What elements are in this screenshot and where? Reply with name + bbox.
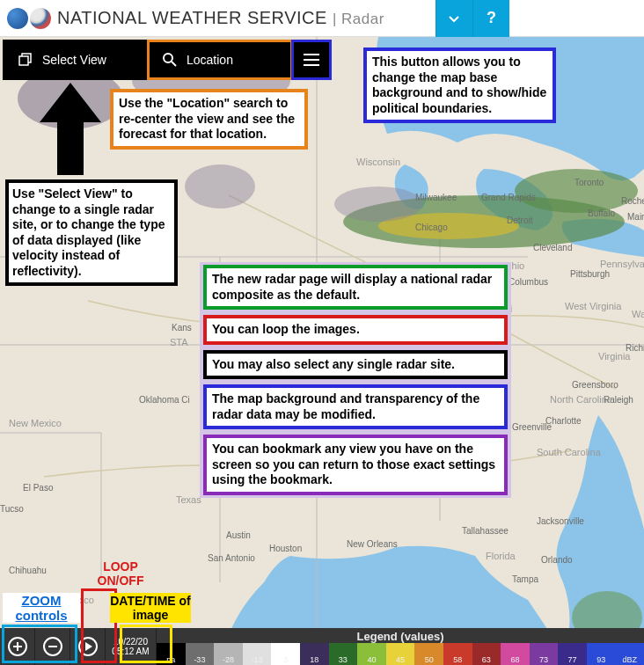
select-view-button[interactable]: Select View xyxy=(5,42,146,77)
feature-1: The new radar page will display a nation… xyxy=(203,265,508,310)
arrow-up-icon xyxy=(35,83,106,179)
zoom-annotation: ZOOM controls xyxy=(3,593,80,624)
datetime-highlight xyxy=(120,625,172,663)
callout-select-view: Use "Select View" to change to a single … xyxy=(5,179,178,286)
legend-cell: 93 xyxy=(587,643,616,665)
city-label: Toronto xyxy=(574,178,604,187)
svg-line-12 xyxy=(172,62,176,66)
legend-cell: 33 xyxy=(329,643,358,665)
title-main: NATIONAL WEATHER SERVICE xyxy=(57,8,327,27)
svg-rect-10 xyxy=(19,56,28,65)
city-label: Jacksonville xyxy=(537,516,584,526)
city-label: San Antonio xyxy=(208,553,255,563)
legend-scale: na-33-28-1331833404550586368737793dBZ xyxy=(157,643,644,665)
dropdown-button[interactable] xyxy=(435,0,472,37)
search-icon xyxy=(162,52,178,68)
state-label: New Mexico xyxy=(9,418,62,428)
city-label: Greensboro xyxy=(572,380,618,390)
city-label: Oklahoma Ci xyxy=(139,395,190,405)
state-label: Texas xyxy=(176,494,201,505)
feature-3: You may also select any single radar sit… xyxy=(203,350,508,380)
city-label: New Orleans xyxy=(347,539,398,549)
radar-map[interactable]: MilwaukeeGrand RapidsTorontoBuffaloChica… xyxy=(0,37,644,665)
layers-icon xyxy=(18,52,33,68)
city-label: Tucso xyxy=(0,504,24,514)
legend-cell: -33 xyxy=(186,643,215,665)
city-label: Chicago xyxy=(415,223,448,232)
city-label: Cleveland xyxy=(533,243,572,252)
help-button[interactable]: ? xyxy=(472,0,509,37)
state-label: Pennsylvania xyxy=(600,259,644,269)
feature-block: The new radar page will display a nation… xyxy=(200,262,511,498)
feature-2: You can loop the images. xyxy=(203,315,508,345)
legend-cell: 3 xyxy=(271,643,300,665)
legend-cell: 63 xyxy=(472,643,501,665)
city-label: Roche xyxy=(621,196,644,206)
legend-cell: 77 xyxy=(558,643,587,665)
legend-cell: 18 xyxy=(300,643,329,665)
svg-marker-13 xyxy=(40,83,101,175)
city-label: Houston xyxy=(269,544,302,553)
logos xyxy=(0,1,57,36)
legend-cell: 50 xyxy=(414,643,443,665)
state-label: North Carolina xyxy=(550,394,613,405)
city-label: Detroit xyxy=(507,216,533,225)
title-sub: | Radar xyxy=(333,11,384,27)
legend-cell: 58 xyxy=(443,643,472,665)
city-label: Greenville xyxy=(512,422,552,432)
state-label: Florida xyxy=(486,551,516,561)
svg-point-11 xyxy=(164,54,172,62)
city-label: Tallahassee xyxy=(462,526,509,536)
legend-cell: 73 xyxy=(530,643,559,665)
noaa-logo-icon xyxy=(7,8,28,29)
legend-cell: -28 xyxy=(214,643,243,665)
city-label: Columbus xyxy=(509,277,548,287)
select-view-label: Select View xyxy=(42,53,106,67)
zoom-highlight xyxy=(2,625,77,663)
hamburger-button[interactable] xyxy=(294,42,329,77)
loop-annotation: LOOP ON/OFF xyxy=(85,560,156,588)
city-label: El Paso xyxy=(23,483,54,493)
callout-location: Use the "Location" search to re-center t… xyxy=(110,89,308,150)
legend-cell: -13 xyxy=(243,643,272,665)
page-title: NATIONAL WEATHER SERVICE | Radar xyxy=(57,8,384,28)
city-label: Kans xyxy=(172,323,192,332)
state-label: STA xyxy=(170,337,188,347)
legend-cell: 40 xyxy=(357,643,386,665)
city-label: Austin xyxy=(226,530,251,540)
legend-title: Legend (values) xyxy=(157,628,644,643)
city-label: Grand Rapids xyxy=(481,193,536,202)
nws-logo-icon xyxy=(30,8,51,29)
legend-cell: 45 xyxy=(386,643,415,665)
location-button[interactable]: Location xyxy=(150,42,290,77)
callout-hamburger: This button allows you to change the map… xyxy=(363,48,556,123)
chevron-down-icon xyxy=(447,11,461,26)
city-label: Pittsburgh xyxy=(570,269,610,279)
state-label: West Virginia xyxy=(565,301,622,311)
state-label: Was xyxy=(632,309,644,319)
feature-5: You can bookmark any view you have on th… xyxy=(203,435,508,495)
city-label: Milwaukee xyxy=(415,193,457,202)
city-label: Maine xyxy=(627,212,644,222)
city-label: Buffalo xyxy=(588,208,615,218)
location-label: Location xyxy=(187,53,233,67)
legend: Legend (values) na-33-28-133183340455058… xyxy=(157,628,644,665)
state-label: Wisconsin xyxy=(356,157,400,167)
city-label: Chihuahu xyxy=(9,566,47,575)
state-label: South Carolina xyxy=(537,447,602,457)
datetime-annotation: DATE/TIME of image xyxy=(110,593,191,623)
city-label: Orlando xyxy=(541,555,573,565)
legend-cell: dBZ xyxy=(616,643,645,665)
feature-4: The map background and transparency of t… xyxy=(203,384,508,429)
city-label: Tampa xyxy=(512,574,538,584)
state-label: Virginia xyxy=(598,351,631,362)
legend-cell: 68 xyxy=(501,643,530,665)
hamburger-icon xyxy=(304,54,319,66)
